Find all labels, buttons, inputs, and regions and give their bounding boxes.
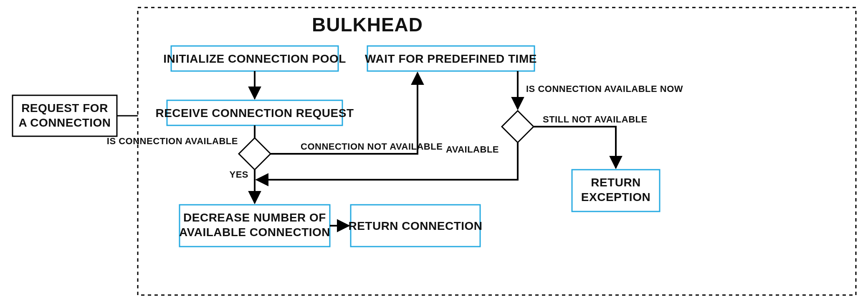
node-decrease-line1: DECREASE NUMBER OF [183,211,326,224]
node-receive: RECEIVE CONNECTION REQUEST [155,100,354,125]
label-is-conn-available-now: IS CONNECTION AVAILABLE NOW [526,84,683,94]
node-decrease: DECREASE NUMBER OF AVAILABLE CONNECTION [179,205,330,247]
node-wait: WAIT FOR PREDEFINED TIME [365,46,537,71]
node-return-exception-line2: EXCEPTION [581,191,650,204]
label-still-not-available: STILL NOT AVAILABLE [543,114,648,125]
bulkhead-diagram: BULKHEAD REQUEST FOR A CONNECTION INITIA… [0,0,868,303]
node-request-line2: A CONNECTION [18,116,111,129]
node-return-exception-line1: RETURN [591,176,641,189]
decision-conn-available-now [502,111,534,143]
diagram-title: BULKHEAD [312,14,423,36]
label-conn-not-available: CONNECTION NOT AVAILABLE [301,141,443,152]
node-init-text: INITIALIZE CONNECTION POOL [163,52,346,65]
node-request-line1: REQUEST FOR [21,102,108,115]
node-request: REQUEST FOR A CONNECTION [13,95,117,136]
node-return-connection: RETURN CONNECTION [348,205,482,247]
node-receive-text: RECEIVE CONNECTION REQUEST [155,107,354,120]
label-is-conn-available: IS CONNECTION AVAILABLE [107,136,238,146]
label-yes: YES [229,169,248,180]
decision-conn-available [239,138,271,170]
node-return-connection-text: RETURN CONNECTION [348,219,482,232]
node-init: INITIALIZE CONNECTION POOL [163,46,346,71]
svg-marker-4 [239,138,271,170]
node-wait-text: WAIT FOR PREDEFINED TIME [365,52,537,65]
node-decrease-line2: AVAILABLE CONNECTION [179,226,330,239]
edge-decision2-still-not [534,127,616,168]
svg-marker-5 [502,111,534,143]
node-return-exception: RETURN EXCEPTION [572,170,660,211]
label-available: AVAILABLE [446,144,499,155]
